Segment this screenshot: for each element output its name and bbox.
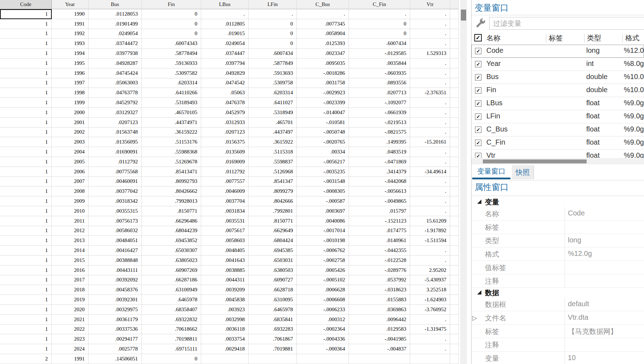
- cell[interactable]: .3615922: [249, 137, 297, 147]
- cell[interactable]: .0033754: [201, 334, 249, 344]
- property-value[interactable]: %12.0g: [568, 250, 592, 258]
- cell[interactable]: .63100949: [142, 285, 201, 295]
- cell[interactable]: 2009: [52, 196, 89, 206]
- cell[interactable]: .: [201, 9, 249, 19]
- cell[interactable]: 2.95202: [410, 265, 450, 275]
- cell[interactable]: .1499395: [349, 137, 410, 147]
- cell[interactable]: 2024: [52, 344, 89, 354]
- cell[interactable]: 1: [0, 58, 52, 68]
- cell[interactable]: -.0023399: [297, 98, 349, 108]
- property-row-类型[interactable]: 类型long: [471, 234, 644, 247]
- cell[interactable]: 1991: [52, 354, 89, 364]
- cell[interactable]: .58778494: [142, 49, 201, 58]
- cell[interactable]: 2007: [52, 177, 89, 187]
- cell[interactable]: .015797: [349, 206, 410, 216]
- variable-row-LFin[interactable]: ✓LFinfloat%9.0g: [471, 110, 644, 123]
- cell[interactable]: .0032998: [201, 315, 249, 325]
- cell[interactable]: .6310095: [249, 295, 297, 305]
- cell[interactable]: 2005: [52, 157, 89, 167]
- cell[interactable]: .0025778: [89, 344, 142, 354]
- cell[interactable]: .6628718: [249, 285, 297, 295]
- cell[interactable]: .000312: [297, 315, 349, 325]
- variable-row-Year[interactable]: ✓Yearint%8.0g: [471, 58, 644, 71]
- cell[interactable]: .0046009: [201, 186, 249, 196]
- cell[interactable]: 1: [0, 216, 52, 226]
- cell[interactable]: .: [410, 206, 450, 216]
- cell[interactable]: -.0020765: [297, 137, 349, 147]
- cell[interactable]: .0452979: [201, 108, 249, 118]
- column-header-name[interactable]: 名称: [486, 33, 501, 43]
- cell[interactable]: .59136933: [142, 58, 201, 68]
- cell[interactable]: .14506051: [89, 354, 142, 364]
- cell[interactable]: .00388848: [89, 256, 142, 265]
- cell[interactable]: .6835841: [249, 315, 297, 325]
- collapse-triangle-icon[interactable]: [477, 200, 481, 204]
- cell[interactable]: -.0049865: [349, 196, 410, 206]
- cell[interactable]: .0207713: [349, 88, 410, 98]
- property-row-注释[interactable]: 注释: [471, 274, 644, 288]
- tab-snapshot[interactable]: 快照: [512, 165, 534, 179]
- cell[interactable]: .8150771: [249, 216, 297, 226]
- cell[interactable]: .01901499: [89, 19, 142, 29]
- cell[interactable]: .55988368: [142, 147, 201, 157]
- cell[interactable]: .: [249, 9, 297, 19]
- variable-row-Bus[interactable]: ✓Busdouble%10.0g: [471, 71, 644, 84]
- cell[interactable]: .0075617: [201, 226, 249, 236]
- cell[interactable]: [349, 354, 410, 364]
- cell[interactable]: 0: [142, 9, 201, 19]
- cell[interactable]: [450, 206, 459, 216]
- property-row-变量[interactable]: 变量10: [471, 352, 644, 364]
- cell[interactable]: .0048405: [201, 246, 249, 256]
- cell[interactable]: -.1521123: [349, 216, 410, 226]
- cell[interactable]: [410, 354, 450, 364]
- cell[interactable]: .0058904: [297, 29, 349, 39]
- cell[interactable]: .0029418: [201, 344, 249, 354]
- cell[interactable]: 2022: [52, 325, 89, 335]
- cell[interactable]: 1: [0, 305, 52, 315]
- cell[interactable]: [450, 19, 459, 29]
- variable-row-Vtr[interactable]: ✓Vtrfloat%9.0g: [471, 150, 644, 158]
- column-header-LBus[interactable]: LBus: [201, 0, 249, 9]
- cell[interactable]: .: [410, 147, 450, 157]
- cell[interactable]: .53097582: [142, 68, 201, 78]
- cell[interactable]: .0035844: [349, 58, 410, 68]
- cell[interactable]: .0037704: [201, 196, 249, 206]
- cell[interactable]: .51153176: [142, 137, 201, 147]
- cell[interactable]: -1.917892: [410, 226, 450, 236]
- cell[interactable]: 2023: [52, 334, 89, 344]
- cell[interactable]: .69322832: [142, 315, 201, 325]
- cell[interactable]: .: [410, 177, 450, 187]
- cell[interactable]: -.000364: [297, 344, 349, 354]
- cell[interactable]: .66287186: [142, 275, 201, 285]
- cell[interactable]: .0038885: [201, 265, 249, 275]
- cell[interactable]: 15.61209: [410, 216, 450, 226]
- cell[interactable]: .00392301: [89, 295, 142, 305]
- column-header-Vtr[interactable]: Vtr: [410, 0, 450, 9]
- cell[interactable]: 2010: [52, 206, 89, 216]
- cell[interactable]: .00318342: [89, 196, 142, 206]
- cell[interactable]: [450, 236, 459, 246]
- cell[interactable]: 2008: [52, 186, 89, 196]
- cell[interactable]: 1: [0, 275, 52, 285]
- cell[interactable]: -.0289776: [349, 265, 410, 275]
- cell[interactable]: [450, 305, 459, 315]
- cell[interactable]: 1998: [52, 88, 89, 98]
- property-row-标签[interactable]: 标签: [471, 220, 644, 234]
- cell[interactable]: 0: [249, 39, 297, 49]
- cell[interactable]: [450, 128, 459, 138]
- cell[interactable]: .44374971: [142, 118, 201, 128]
- variable-checkbox[interactable]: ✓: [475, 127, 481, 133]
- cell[interactable]: .0397794: [201, 58, 249, 68]
- cell[interactable]: [450, 29, 459, 39]
- cell[interactable]: .6465978: [142, 295, 201, 305]
- cell[interactable]: -15.20161: [410, 137, 450, 147]
- cell[interactable]: .: [410, 128, 450, 138]
- cell[interactable]: 2003: [52, 137, 89, 147]
- cell[interactable]: .003923: [201, 305, 249, 315]
- cell[interactable]: .68044239: [142, 226, 201, 236]
- cell[interactable]: .00458376: [89, 285, 142, 295]
- cell[interactable]: .0893556: [349, 78, 410, 88]
- cell[interactable]: 0: [142, 19, 201, 29]
- property-value[interactable]: 【马克数据网】: [568, 327, 617, 336]
- cell[interactable]: .0369863: [349, 305, 410, 315]
